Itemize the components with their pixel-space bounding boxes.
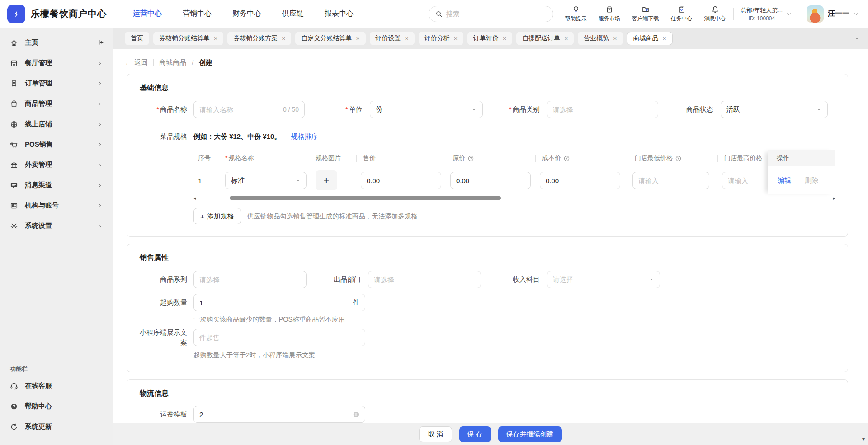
breadcrumb-parent[interactable]: 商城商品 bbox=[159, 58, 186, 67]
service-market-button[interactable]: 服务市场 bbox=[599, 5, 620, 23]
tab-review-analysis[interactable]: 评价分析 × bbox=[419, 32, 463, 45]
add-image-button[interactable]: + bbox=[316, 170, 337, 190]
tab-mall-products[interactable]: 商城商品 × bbox=[627, 32, 673, 45]
original-price-input[interactable] bbox=[456, 177, 525, 185]
scroll-right-icon[interactable]: ▸ bbox=[830, 195, 835, 201]
search-input[interactable] bbox=[446, 10, 547, 18]
category-field[interactable] bbox=[547, 101, 658, 118]
sidebar-item-pos-sales[interactable]: POS销售 bbox=[0, 134, 113, 155]
nav-operations-center[interactable]: 运营中心 bbox=[133, 9, 162, 19]
message-center-button[interactable]: 消息中心 bbox=[704, 5, 726, 23]
sidebar-item-org-accounts[interactable]: 机构与账号 bbox=[0, 195, 113, 216]
client-download-button[interactable]: 客户端下载 bbox=[632, 5, 659, 23]
edit-link[interactable]: 编辑 bbox=[778, 176, 791, 185]
global-search[interactable] bbox=[429, 6, 553, 22]
sidebar-collapse-button[interactable] bbox=[98, 39, 104, 46]
close-icon[interactable]: × bbox=[503, 35, 506, 42]
help-icon[interactable] bbox=[467, 155, 474, 162]
category-input[interactable] bbox=[553, 106, 652, 114]
help-icon[interactable] bbox=[675, 155, 682, 162]
mini-text-input[interactable] bbox=[199, 334, 359, 341]
horizontal-scrollbar[interactable]: ◂ ▸ bbox=[193, 195, 835, 201]
lightbulb-icon bbox=[572, 5, 580, 14]
task-center-button[interactable]: 任务中心 bbox=[671, 5, 693, 23]
mini-text-field[interactable] bbox=[193, 329, 365, 346]
close-icon[interactable]: × bbox=[564, 35, 568, 42]
sidebar-item-system-settings[interactable]: 系统设置 bbox=[0, 216, 113, 236]
close-icon[interactable]: × bbox=[282, 35, 285, 42]
cost-price-input[interactable] bbox=[546, 177, 614, 185]
unit-select[interactable]: 份 bbox=[370, 101, 483, 118]
spec-table-row: 1 标准 + bbox=[193, 166, 835, 194]
sidebar-item-message-channels[interactable]: 消息渠道 bbox=[0, 175, 113, 195]
tab-pickup-delivery-orders[interactable]: 自提配送订单 × bbox=[516, 32, 574, 45]
add-spec-button[interactable]: + 添加规格 bbox=[193, 208, 241, 224]
help-icon[interactable] bbox=[563, 155, 570, 162]
series-input[interactable] bbox=[199, 276, 301, 284]
status-select[interactable]: 活跃 bbox=[721, 101, 828, 118]
close-icon[interactable]: × bbox=[356, 35, 359, 42]
sidebar-item-restaurant-mgmt[interactable]: 餐厅管理 bbox=[0, 53, 113, 73]
min-qty-input[interactable] bbox=[199, 299, 349, 307]
sidebar-item-home[interactable]: 主页 bbox=[0, 33, 113, 53]
cancel-button[interactable]: 取 消 bbox=[419, 426, 452, 442]
sidebar-item-online-service[interactable]: 在线客服 bbox=[0, 376, 113, 396]
user-menu[interactable]: 汪一一 bbox=[807, 5, 859, 23]
series-field[interactable] bbox=[193, 271, 307, 288]
tab-home[interactable]: 首页 bbox=[125, 32, 149, 45]
org-switcher[interactable]: 总部/年轻人第... ID: 100004 bbox=[741, 6, 792, 22]
tab-review-settings[interactable]: 评价设置 × bbox=[370, 32, 415, 45]
department-input[interactable] bbox=[374, 276, 475, 284]
price-input[interactable] bbox=[367, 177, 435, 185]
nav-finance-center[interactable]: 财务中心 bbox=[232, 9, 261, 19]
spec-table: 序号 规格名称 规格图片 售价 原价 成本价 门店最低 bbox=[193, 150, 835, 201]
close-icon[interactable]: × bbox=[214, 35, 217, 42]
original-price-field[interactable] bbox=[450, 172, 531, 189]
scrollbar-track[interactable] bbox=[199, 196, 830, 200]
spec-name-select[interactable]: 标准 bbox=[225, 172, 307, 189]
tab-business-overview[interactable]: 营业概览 × bbox=[578, 32, 623, 45]
min-qty-hint: 一次购买该商品最少的数量，POS称重商品暂不应用 bbox=[193, 314, 366, 324]
tab-coupon-settle-bill[interactable]: 券核销分账结算单 × bbox=[153, 32, 223, 45]
sidebar-item-product-mgmt[interactable]: 商品管理 bbox=[0, 94, 113, 114]
delete-link[interactable]: 删除 bbox=[805, 176, 818, 185]
freight-template-input[interactable] bbox=[199, 411, 349, 418]
tab-overflow-chevron-icon[interactable] bbox=[854, 36, 860, 41]
save-continue-button[interactable]: 保存并继续创建 bbox=[498, 426, 562, 442]
sidebar-item-system-update[interactable]: 系统更新 bbox=[0, 417, 113, 437]
close-icon[interactable]: × bbox=[663, 35, 666, 42]
department-field[interactable] bbox=[368, 271, 481, 288]
close-icon[interactable]: × bbox=[405, 35, 409, 42]
nav-report-center[interactable]: 报表中心 bbox=[325, 9, 354, 19]
cost-price-field[interactable] bbox=[540, 172, 620, 189]
sidebar-item-takeout-mgmt[interactable]: 外卖管理 bbox=[0, 155, 113, 175]
store-min-price-field[interactable] bbox=[632, 172, 709, 189]
help-tips-button[interactable]: 帮助提示 bbox=[565, 5, 587, 23]
product-name-field[interactable]: 0 / 50 bbox=[193, 101, 305, 118]
tab-coupon-settle-plan[interactable]: 券核销分账方案 × bbox=[227, 32, 291, 45]
tab-custom-settle-bill[interactable]: 自定义分账结算单 × bbox=[295, 32, 365, 45]
scroll-left-icon[interactable]: ◂ bbox=[193, 195, 199, 201]
product-name-input[interactable] bbox=[199, 106, 279, 114]
close-icon[interactable]: × bbox=[454, 35, 458, 42]
spec-sort-link[interactable]: 规格排序 bbox=[291, 133, 318, 141]
clear-icon[interactable] bbox=[353, 411, 359, 418]
nav-marketing-center[interactable]: 营销中心 bbox=[183, 9, 212, 19]
scrollbar-thumb[interactable] bbox=[230, 196, 501, 200]
nav-supply-chain[interactable]: 供应链 bbox=[282, 9, 304, 19]
brand-logo-icon[interactable] bbox=[7, 5, 25, 23]
save-button[interactable]: 保 存 bbox=[459, 426, 491, 442]
price-field[interactable] bbox=[361, 172, 441, 189]
sidebar-item-order-mgmt[interactable]: 订单管理 bbox=[0, 73, 113, 94]
back-button[interactable]: ← 返回 bbox=[125, 58, 148, 67]
question-circle-icon bbox=[10, 402, 18, 411]
sidebar-item-online-store[interactable]: 线上店铺 bbox=[0, 114, 113, 134]
tab-order-review[interactable]: 订单评价 × bbox=[467, 32, 512, 45]
income-select[interactable]: 请选择 bbox=[547, 271, 660, 288]
sidebar-item-help-center[interactable]: 帮助中心 bbox=[0, 396, 113, 417]
freight-template-field[interactable] bbox=[193, 406, 365, 423]
store-min-price-input[interactable] bbox=[638, 177, 703, 185]
scroll-down-icon[interactable]: ▾ bbox=[862, 436, 865, 442]
min-qty-field[interactable]: 件 bbox=[193, 294, 365, 311]
close-icon[interactable]: × bbox=[613, 35, 617, 42]
